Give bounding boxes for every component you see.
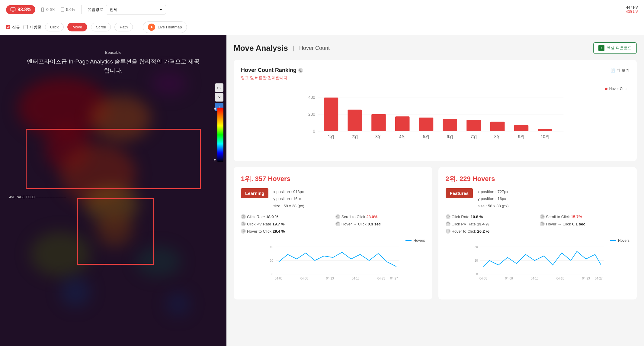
detail-card-2: 2위. 229 Hovers Features x position : 727… [438,167,637,299]
card1-line-chart-svg: 40 20 0 04-03 04-08 04-13 04-18 04-23 04… [241,244,425,283]
hover-line-icon [405,240,412,241]
entry-dropdown[interactable]: 전체 ▾ [106,5,166,15]
svg-rect-22 [466,120,481,131]
checkbox-revisit-input[interactable] [24,25,28,29]
svg-text:04-03: 04-03 [275,277,283,280]
card2-click-pv-rate-info-icon[interactable]: ⓘ [446,222,450,226]
ranking-subtitle: 링크 및 버튼만 집계합니다 [241,75,630,81]
live-heatmap-button[interactable]: Live Heatmap [143,21,187,33]
click-rate-info-icon[interactable]: ⓘ [241,214,246,219]
desktop-stat-badge: 93.8% [6,5,35,14]
tab-move[interactable]: Move [67,23,87,31]
svg-text:7위: 7위 [470,134,477,139]
chart-legend: Hover Count [241,87,630,91]
ranking-info-icon[interactable]: ⓘ [298,68,303,73]
svg-point-3 [151,26,152,28]
tab-scroll[interactable]: Scroll [91,23,111,31]
main-content: ⟷ ✕ ↓ H C Beusable 엔터프라이즈급 In-Page Analy… [0,35,644,346]
ranking-card: Hover Count Ranking ⓘ 📄 더 보기 링크 및 버튼만 집계… [234,60,637,161]
svg-text:20: 20 [270,259,274,262]
svg-text:0: 0 [313,129,315,134]
title-divider: | [293,45,294,52]
card2-element-pos: x position : 727px y position : 16px siz… [478,188,509,209]
hover-to-click-info-icon[interactable]: ⓘ [241,229,246,234]
card1-element-preview: Learning x position : 913px y position :… [241,188,425,209]
card2-hover-chart: 30 10 0 04-03 04-08 04-13 04-18 04-23 04… [446,244,630,292]
card1-click-pv-rate: ⓘ Click PV Rate 19.7 % [241,222,331,226]
entry-dropdown-value: 전체 [110,7,117,12]
excel-download-button[interactable]: X 엑셀 다운로드 [593,42,637,54]
svg-text:0: 0 [476,273,478,276]
card1-hover-chart: 40 20 0 04-03 04-08 04-13 04-18 04-23 04… [241,244,425,292]
heatmap-toolbar: ⟷ ✕ ↓ [215,83,223,111]
svg-rect-14 [371,114,386,131]
scale-c-label: C [214,158,216,162]
excel-icon: X [598,45,604,51]
card2-stats: ⓘ Click Rate 10.8 % ⓘ Scroll to Click 15… [446,214,630,234]
more-link[interactable]: 📄 더 보기 [610,68,630,73]
card2-element-preview: Features x position : 727px y position :… [446,188,630,209]
click-pv-rate-info-icon[interactable]: ⓘ [241,222,246,226]
checkbox-revisit[interactable]: 재방문 [24,24,41,30]
bar-chart: 400 200 0 1위 2위 3위 4위 [241,93,630,154]
card1-hover-legend: Hovers [405,238,425,243]
pv-value: 447 PV [626,5,638,10]
svg-text:04-23: 04-23 [377,277,385,280]
svg-text:9위: 9위 [518,134,525,139]
card2-scroll-to-click: ⓘ Scroll to Click 15.7% [540,214,630,219]
svg-text:04-08: 04-08 [505,277,513,280]
svg-rect-0 [11,8,15,11]
top-bar: 93.8% 0.6% 5.6% 유입경로 전체 ▾ 447 PV 439 UV [0,0,644,19]
more-label-text: 더 보기 [617,68,630,73]
card2-click-rate: ⓘ Click Rate 10.8 % [446,214,535,219]
card2-hover-legend: Hovers [610,238,630,243]
tab-path[interactable]: Path [114,23,133,31]
avg-fold-line [36,197,66,197]
mobile-stat: 0.6% [40,7,55,12]
hover-click-info-icon[interactable]: ⓘ [335,222,340,226]
page-subtitle: Hover Count [299,45,330,51]
card1-stats: ⓘ Click Rate 18.9 % ⓘ Scroll to Click 23… [241,214,425,234]
svg-rect-1 [42,8,44,11]
scroll-to-click-info-icon[interactable]: ⓘ [335,214,340,219]
selection-box-1 [26,129,201,189]
right-panel: Move Analysis | Hover Count X 엑셀 다운로드 Ho… [226,35,644,346]
card2-hover-to-click: ⓘ Hover to Click 26.2 % [446,229,535,234]
card1-hovers: 357 Hovers [255,175,290,183]
svg-text:6위: 6위 [447,134,453,139]
bar-chart-svg: 400 200 0 1위 2위 3위 4위 [241,93,630,154]
svg-text:400: 400 [308,95,315,100]
uv-value: 439 UV [626,10,638,14]
tablet-stat: 5.6% [60,7,75,12]
sub-bar-left: 신규 재방문 Click Move Scroll Path Live Heatm… [6,21,187,33]
card2-hover-to-click-info-icon[interactable]: ⓘ [446,229,450,234]
checkbox-new[interactable]: 신규 [6,24,20,30]
card2-hover-click: ⓘ Hover → Click 0.1 sec [540,222,630,226]
tab-click[interactable]: Click [45,23,64,31]
collapse-icon[interactable]: ✕ [215,93,223,102]
card2-hover-click-info-icon[interactable]: ⓘ [540,222,545,226]
svg-rect-16 [395,116,410,131]
card1-hover-to-click: ⓘ Hover to Click 29.4 % [241,229,331,234]
detail-cards: 1위. 357 Hovers Learning x position : 913… [234,167,637,299]
card2-scroll-to-click-info-icon[interactable]: ⓘ [540,214,545,219]
chevron-down-icon: ▾ [160,7,162,12]
svg-text:04-18: 04-18 [556,277,564,280]
checkbox-new-input[interactable] [6,25,10,29]
expand-icon[interactable]: ⟷ [215,83,223,92]
card1-hover-click: ⓘ Hover → Click 0.3 sec [335,222,425,226]
heatmap-content: ⟷ ✕ ↓ H C Beusable 엔터프라이즈급 In-Page Analy… [0,35,226,346]
svg-rect-12 [348,110,362,131]
tablet-stat-value: 5.6% [66,7,75,12]
svg-text:04-13: 04-13 [326,277,334,280]
svg-text:04-23: 04-23 [582,277,590,280]
right-title-group: Move Analysis | Hover Count [234,44,330,53]
svg-text:30: 30 [474,245,478,249]
ranking-header: Hover Count Ranking ⓘ 📄 더 보기 [241,67,630,73]
svg-text:3위: 3위 [375,134,382,139]
legend-dot [605,88,607,90]
right-panel-header: Move Analysis | Hover Count X 엑셀 다운로드 [234,42,637,54]
card2-click-rate-info-icon[interactable]: ⓘ [446,214,450,219]
svg-text:40: 40 [270,245,274,249]
heatmap-scale [217,108,223,162]
